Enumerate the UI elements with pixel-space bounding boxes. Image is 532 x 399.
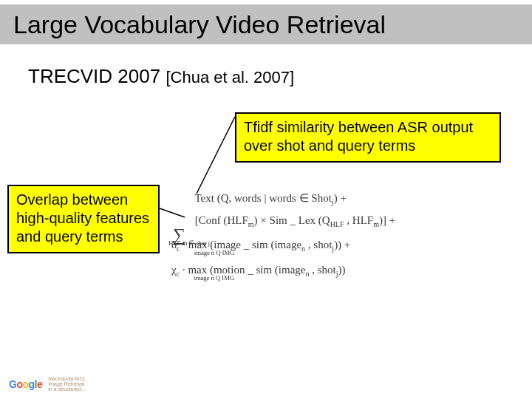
formula-text: , HLF [344, 214, 374, 226]
formula-text: )] + [379, 214, 395, 226]
formula-text: Text (Q, words | words ∈ Shot [194, 192, 331, 204]
callout-tfidf: Tfidf similarity between ASR output over… [235, 112, 501, 163]
formula-line-4: χc · max image n Q IMG (motion _ sim (im… [171, 262, 395, 280]
formula-sub: m [248, 220, 254, 228]
footer-logo: Google Macedonia AICL Image Retrieval in… [9, 376, 86, 392]
google-logo-icon: Google [9, 378, 42, 390]
max-operator: max image n Q IMG [188, 237, 208, 253]
formula-text: , shot [310, 264, 336, 276]
formula-block: Text (Q, words | words ∈ Shotj) + ∑ HLF … [171, 191, 395, 284]
callout-overlap: Overlap between high-quality features an… [7, 185, 160, 253]
footer-sub-line: Image Retrieval [48, 381, 84, 386]
formula-text: · [180, 239, 188, 250]
slide-title: Large Vocabulary Video Retrieval [13, 10, 386, 39]
slide: Large Vocabulary Video Retrieval TRECVID… [0, 0, 532, 399]
subtitle-citation: [Chua et al. 2007] [166, 68, 294, 86]
footer-sub-line: Macedonia AICL [48, 376, 86, 381]
formula-text: , shot [305, 239, 332, 250]
formula-max-limit: image n Q IMG [194, 273, 234, 283]
subtitle-main: TRECVID 2007 [28, 65, 160, 87]
formula-text: χ [171, 264, 177, 276]
formula-text: )) + [334, 239, 350, 250]
formula-sub: HLF [330, 220, 344, 228]
formula-text: )) [338, 264, 346, 276]
formula-text: [Conf (HLF [195, 214, 248, 226]
formula-line-2: ∑ HLF m ∈ shot j [Conf (HLFm) × Sim _ Le… [171, 213, 395, 231]
subtitle: TRECVID 2007 [Chua et al. 2007] [28, 65, 294, 88]
footer-sub-line: in a structured... [48, 386, 85, 392]
formula-sub: m [373, 220, 379, 228]
max-operator: max image n Q IMG [188, 262, 207, 279]
title-bar: Large Vocabulary Video Retrieval [0, 4, 532, 44]
formula-line-1: Text (Q, words | words ∈ Shotj) + [171, 191, 395, 208]
svg-line-0 [197, 117, 235, 194]
formula-max-limit: image n Q IMG [194, 248, 235, 258]
formula-line-3: δc · max image n Q IMG (image _ sim (ima… [171, 237, 395, 255]
formula-text: · [180, 264, 188, 276]
formula-text: ) × Sim _ Lex (Q [254, 214, 330, 226]
formula-text: ) + [334, 192, 347, 204]
footer-subtext: Macedonia AICL Image Retrieval in a stru… [48, 376, 86, 392]
